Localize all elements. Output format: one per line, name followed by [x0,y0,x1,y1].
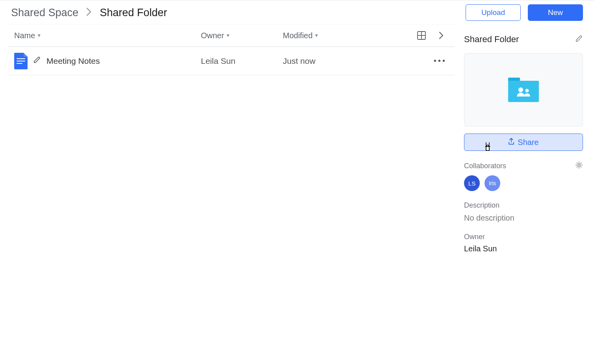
sort-caret-icon: ▼ [226,33,230,38]
grid-view-icon[interactable] [416,30,427,41]
collaborators-label: Collaborators [464,162,506,170]
svg-point-5 [578,164,580,166]
new-button[interactable]: New [528,4,583,21]
column-modified-label: Modified [283,31,313,40]
breadcrumb-root[interactable]: Shared Space [11,7,78,19]
column-name[interactable]: Name ▼ [8,31,201,40]
more-actions-icon[interactable]: ••• [434,56,447,65]
breadcrumb: Shared Space Shared Folder [11,7,167,19]
shared-folder-icon [508,78,539,102]
owner-value: Leila Sun [464,244,583,253]
collapse-panel-icon[interactable] [436,30,447,41]
details-title: Shared Folder [464,34,519,45]
column-owner-label: Owner [201,31,224,40]
sort-caret-icon: ▼ [314,33,319,38]
details-panel: Shared Folder Share [459,24,592,253]
file-list: Name ▼ Owner ▼ Modified ▼ [0,24,455,253]
rename-icon[interactable] [575,35,583,44]
file-name: Meeting Notes [46,56,100,66]
column-modified[interactable]: Modified ▼ [283,31,372,40]
chevron-right-icon [86,7,92,19]
column-name-label: Name [14,31,35,40]
settings-icon[interactable] [575,161,583,171]
file-modified: Just now [283,56,372,66]
svg-point-4 [525,89,529,93]
table-header: Name ▼ Owner ▼ Modified ▼ [8,24,455,47]
share-button[interactable]: Share [464,134,583,151]
owner-label: Owner [464,233,583,241]
table-row[interactable]: Meeting Notes Leila Sun Just now ••• [8,47,455,75]
column-owner[interactable]: Owner ▼ [201,31,283,40]
share-button-label: Share [518,138,538,147]
document-icon [14,53,28,69]
svg-point-3 [518,87,523,92]
description-label: Description [464,201,583,210]
avatar[interactable]: LS [464,175,480,191]
upload-button[interactable]: Upload [466,4,521,21]
sort-caret-icon: ▼ [37,33,41,38]
description-value: No description [464,214,583,223]
file-owner: Leila Sun [201,56,283,66]
avatar[interactable]: Iris [484,175,500,191]
breadcrumb-current: Shared Folder [100,7,167,19]
edit-icon [33,56,41,66]
folder-preview [464,53,583,126]
share-icon [508,138,514,147]
